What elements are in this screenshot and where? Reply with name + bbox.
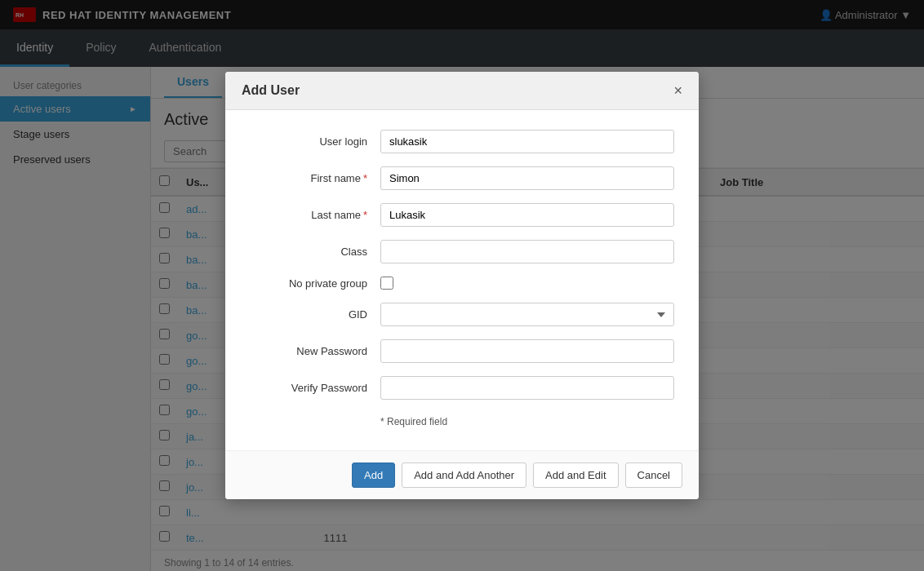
verify-password-input[interactable] — [380, 376, 674, 400]
user-login-input[interactable] — [380, 130, 674, 153]
modal-title: Add User — [242, 83, 300, 98]
required-note: * Required field — [250, 413, 674, 437]
first-name-input[interactable] — [380, 166, 674, 190]
modal-add-edit-button[interactable]: Add and Edit — [533, 463, 618, 488]
user-login-label: User login — [250, 135, 380, 148]
first-name-label: First name* — [250, 172, 380, 184]
gid-select[interactable] — [380, 303, 674, 326]
no-private-group-checkbox[interactable] — [380, 277, 393, 290]
modal-cancel-button[interactable]: Cancel — [625, 463, 682, 488]
modal-body: User login First name* Last name* Class — [225, 110, 699, 450]
modal-overlay: Add User × User login First name* Last n… — [0, 0, 924, 571]
no-private-group-wrapper — [380, 277, 393, 290]
required-star-first: * — [363, 172, 367, 184]
add-user-modal: Add User × User login First name* Last n… — [225, 72, 699, 499]
required-star-last: * — [363, 209, 367, 221]
modal-add-another-button[interactable]: Add and Add Another — [402, 463, 526, 488]
modal-close-button[interactable]: × — [673, 83, 682, 98]
new-password-label: New Password — [250, 345, 380, 357]
modal-header: Add User × — [225, 72, 699, 110]
gid-label: GID — [250, 308, 380, 321]
no-private-group-label: No private group — [250, 277, 380, 290]
modal-add-button[interactable]: Add — [352, 463, 395, 488]
last-name-row: Last name* — [250, 203, 674, 227]
new-password-row: New Password — [250, 339, 674, 363]
verify-password-row: Verify Password — [250, 376, 674, 400]
verify-password-label: Verify Password — [250, 382, 380, 394]
last-name-input[interactable] — [380, 203, 674, 227]
modal-footer: Add Add and Add Another Add and Edit Can… — [225, 450, 699, 499]
class-row: Class — [250, 240, 674, 263]
last-name-label: Last name* — [250, 209, 380, 221]
user-login-row: User login — [250, 130, 674, 153]
first-name-row: First name* — [250, 166, 674, 190]
gid-row: GID — [250, 303, 674, 326]
no-private-group-row: No private group — [250, 277, 674, 290]
class-input[interactable] — [380, 240, 674, 263]
new-password-input[interactable] — [380, 339, 674, 363]
class-label: Class — [250, 246, 380, 258]
